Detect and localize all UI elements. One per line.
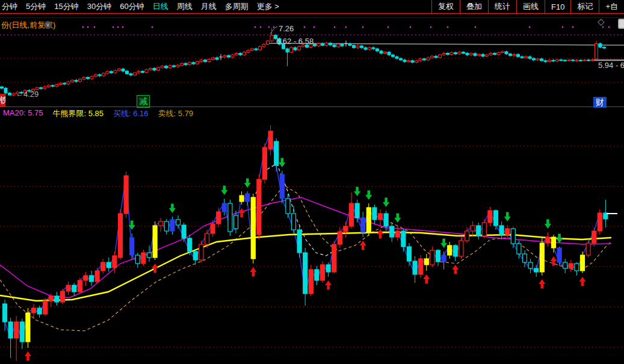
toolbar: 分钟5分钟15分钟30分钟60分钟日线周线月线多周期更多 > 复权叠加统计画线F… [0, 0, 624, 14]
last-range-label: 5.94 - 6. [598, 61, 624, 70]
period-tab-1[interactable]: 5分钟 [22, 0, 50, 13]
peak-price-label: 7.26 [279, 24, 294, 33]
toolbar-action-2[interactable]: 统计 [488, 0, 516, 13]
main-chart[interactable] [0, 119, 624, 364]
period-tab-7[interactable]: 月线 [197, 0, 221, 13]
toolbar-actions: 复权叠加统计画线F10标记+自 [431, 0, 624, 13]
toolbar-action-6[interactable]: +自 [599, 0, 624, 13]
indicator-value-3: 卖线: 5.79 [158, 108, 194, 119]
period-tab-3[interactable]: 30分钟 [83, 0, 116, 13]
period-tab-2[interactable]: 15分钟 [50, 0, 82, 13]
period-tab-9[interactable]: 更多 > [253, 0, 283, 13]
period-tab-6[interactable]: 周线 [173, 0, 197, 13]
drawn-line-range-label: 6.62 - 6.58 [276, 37, 314, 46]
reduce-flag-badge[interactable]: 减 [137, 95, 150, 108]
period-tab-0[interactable]: 分钟 [0, 0, 22, 13]
indicator-value-2: 买线: 6.16 [113, 108, 149, 119]
left-edge-tag[interactable]: 铁 [0, 94, 5, 106]
toolbar-action-4[interactable]: F10 [545, 0, 570, 13]
period-tab-5[interactable]: 日线 [149, 0, 173, 13]
panel-separator [0, 106, 624, 107]
period-tab-8[interactable]: 多周期 [221, 0, 253, 13]
period-tab-4[interactable]: 60分钟 [116, 0, 148, 13]
overview-chart[interactable] [0, 18, 624, 106]
trading-app-window: { "toolbar": { "period_tabs": [ {"label"… [0, 0, 624, 364]
period-tabs: 分钟5分钟15分钟30分钟60分钟日线周线月线多周期更多 > [0, 0, 283, 13]
toolbar-action-3[interactable]: 画线 [516, 0, 545, 13]
low-price-label: ←4.29 [16, 90, 39, 99]
indicator-value-0: MA20: 5.75 [3, 108, 43, 119]
toolbar-action-5[interactable]: 标记 [570, 0, 599, 13]
toolbar-action-0[interactable]: 复权 [431, 0, 460, 13]
indicator-value-1: 牛熊界限: 5.85 [53, 108, 104, 119]
toolbar-action-1[interactable]: 叠加 [460, 0, 488, 13]
indicator-readout-row: MA20: 5.75牛熊界限: 5.85买线: 6.16卖线: 5.79 [3, 108, 193, 119]
